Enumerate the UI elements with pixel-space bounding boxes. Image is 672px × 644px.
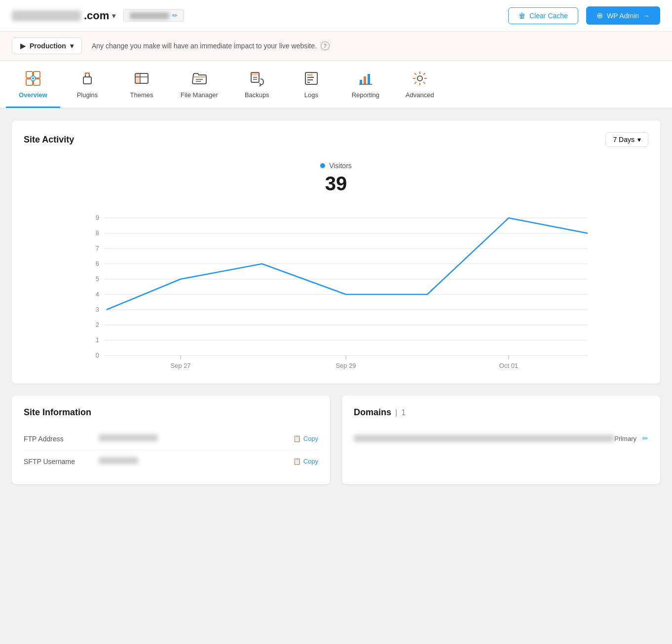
sftp-copy-label: Copy (303, 458, 318, 465)
tab-plugins-label: Plugins (77, 91, 98, 99)
wp-admin-button[interactable]: ⊕ WP Admin → (586, 6, 660, 25)
wp-icon: ⊕ (597, 11, 603, 20)
tab-overview-label: Overview (19, 91, 47, 99)
environment-label: Production (30, 42, 66, 50)
env-bar: ▶ Production ▾ Any change you make will … (0, 32, 672, 61)
tab-advanced-label: Advanced (406, 91, 434, 99)
svg-text:1: 1 (96, 336, 99, 344)
clear-cache-label: Clear Cache (529, 12, 568, 20)
advanced-icon (411, 70, 429, 87)
svg-text:3: 3 (96, 306, 99, 313)
main-content: Site Activity 7 Days ▾ Visitors 39 .ch (0, 108, 672, 644)
tab-backups-label: Backups (245, 91, 269, 99)
copy-icon: 📋 (293, 435, 301, 442)
help-icon[interactable]: ? (321, 41, 330, 50)
ftp-address-row: FTP Address 📋 Copy (24, 428, 318, 450)
tab-logs[interactable]: Logs (284, 61, 338, 108)
header-env-badge[interactable]: ✏ (123, 9, 184, 22)
svg-rect-6 (83, 77, 91, 84)
site-activity-card: Site Activity 7 Days ▾ Visitors 39 .ch (12, 120, 660, 384)
svg-rect-18 (251, 72, 259, 75)
domain-blur (12, 10, 81, 21)
svg-rect-11 (135, 73, 140, 83)
site-activity-title: Site Activity (24, 135, 74, 145)
site-info-title-text: Site Information (24, 407, 91, 418)
env-message: Any change you make will have an immedia… (92, 41, 330, 50)
cache-icon: 🗑 (519, 12, 525, 20)
domain-display: .com ▾ (12, 9, 115, 22)
ftp-copy-button[interactable]: 📋 Copy (293, 435, 318, 442)
svg-point-31 (417, 76, 422, 81)
plugins-icon (78, 70, 96, 87)
file-manager-icon (190, 70, 208, 87)
site-information-card: Site Information FTP Address 📋 Copy SFTP… (12, 395, 330, 484)
svg-rect-21 (305, 72, 317, 84)
reporting-icon (357, 70, 374, 87)
domains-card: Domains | 1 Primary ✏ (342, 395, 660, 484)
chart-total: 39 (24, 173, 648, 195)
ftp-value-blur (99, 434, 158, 441)
tab-themes-label: Themes (130, 91, 153, 99)
sftp-copy-button[interactable]: 📋 Copy (293, 458, 318, 465)
domains-title-text: Domains (354, 407, 391, 418)
tab-plugins[interactable]: Plugins (60, 61, 114, 108)
svg-text:4: 4 (96, 290, 99, 298)
overview-icon (24, 70, 42, 87)
svg-text:Sep 29: Sep 29 (336, 362, 356, 369)
header: .com ▾ ✏ 🗑 Clear Cache ⊕ WP Admin → (0, 0, 672, 32)
svg-rect-28 (364, 76, 366, 84)
themes-icon (133, 70, 150, 87)
svg-text:Oct 01: Oct 01 (499, 362, 518, 369)
sftp-username-row: SFTP Username 📋 Copy (24, 450, 318, 472)
ftp-value (99, 434, 287, 443)
tab-file-manager-label: File Manager (181, 91, 218, 99)
tab-reporting[interactable]: Reporting (338, 61, 393, 108)
ftp-label: FTP Address (24, 435, 93, 443)
domains-title: Domains | 1 (354, 407, 648, 418)
edit-icon: ✏ (172, 12, 178, 19)
tab-logs-label: Logs (304, 91, 318, 99)
domain-edit-button[interactable]: ✏ (642, 434, 648, 442)
env-chevron: ▾ (70, 42, 74, 50)
chart-area: Visitors 39 .chart-line { stroke: #e0e0e… (24, 157, 648, 372)
svg-text:8: 8 (96, 229, 99, 237)
domain-name-blur (354, 435, 614, 442)
svg-text:0: 0 (96, 352, 99, 359)
backups-icon (248, 70, 266, 87)
svg-text:5: 5 (96, 275, 99, 283)
chart-svg: .chart-line { stroke: #e0e0e0; stroke-wi… (24, 203, 648, 372)
environment-button[interactable]: ▶ Production ▾ (12, 37, 82, 54)
env-message-text: Any change you make will have an immedia… (92, 42, 317, 50)
chart-legend: Visitors (24, 162, 648, 170)
sftp-label: SFTP Username (24, 458, 93, 465)
tab-overview[interactable]: Overview (6, 61, 60, 108)
logs-icon (302, 70, 320, 87)
tab-reporting-label: Reporting (352, 91, 379, 99)
tab-advanced[interactable]: Advanced (393, 61, 447, 108)
legend-dot (320, 163, 325, 168)
nav-tabs: Overview Plugins Themes (0, 61, 672, 108)
svg-text:Sep 27: Sep 27 (170, 362, 190, 369)
play-icon: ▶ (20, 42, 26, 50)
wp-admin-label: WP Admin (607, 12, 639, 20)
site-activity-header: Site Activity 7 Days ▾ (24, 132, 648, 147)
svg-point-5 (32, 77, 34, 79)
wp-admin-arrow: → (643, 12, 650, 20)
env-name-blur (130, 12, 169, 19)
header-chevron[interactable]: ▾ (112, 12, 115, 20)
domains-separator: | (395, 408, 397, 417)
clear-cache-button[interactable]: 🗑 Clear Cache (508, 7, 578, 24)
tab-file-manager[interactable]: File Manager (169, 61, 230, 108)
tab-themes[interactable]: Themes (114, 61, 169, 108)
svg-text:6: 6 (96, 260, 99, 267)
domain-row: Primary ✏ (354, 428, 648, 449)
tab-backups[interactable]: Backups (230, 61, 284, 108)
bottom-grid: Site Information FTP Address 📋 Copy SFTP… (12, 395, 660, 496)
sftp-copy-icon: 📋 (293, 458, 301, 465)
sftp-value-blur (99, 457, 138, 464)
svg-rect-29 (368, 74, 370, 84)
svg-text:2: 2 (96, 321, 99, 328)
days-dropdown-button[interactable]: 7 Days ▾ (605, 132, 648, 147)
ftp-copy-label: Copy (303, 435, 318, 442)
days-chevron: ▾ (637, 136, 641, 143)
